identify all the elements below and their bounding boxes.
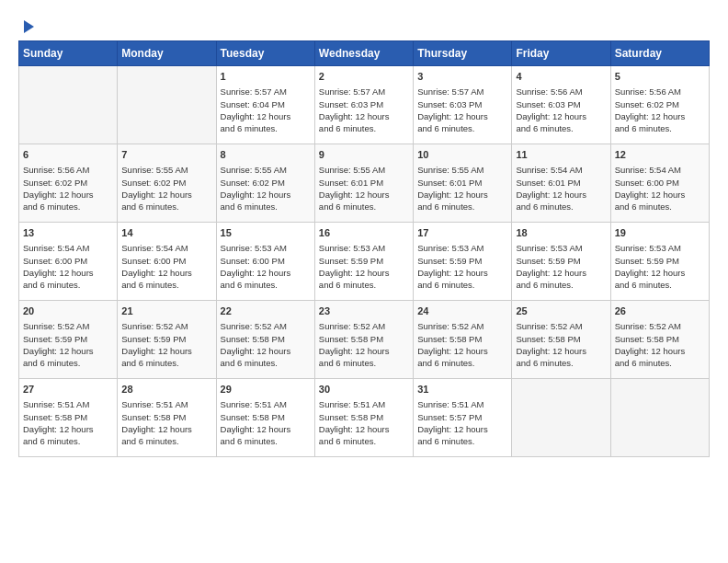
calendar-cell: 8Sunrise: 5:55 AMSunset: 6:02 PMDaylight… [216,144,314,223]
cell-content-line: Sunrise: 5:51 AM [221,398,311,410]
cell-content-line: and 6 minutes. [221,357,311,369]
cell-content-line: Daylight: 12 hours [319,110,409,122]
cell-content-line: Daylight: 12 hours [221,267,311,279]
cell-content-line: and 6 minutes. [319,357,409,369]
cell-content-line: and 6 minutes. [23,357,113,369]
cell-content-line: Sunset: 6:02 PM [121,177,211,189]
calendar-cell: 16Sunrise: 5:53 AMSunset: 5:59 PMDayligh… [314,223,413,301]
cell-content-line: Daylight: 12 hours [319,423,409,435]
cell-content-line: Sunrise: 5:52 AM [319,320,409,332]
calendar-cell: 28Sunrise: 5:51 AMSunset: 5:58 PMDayligh… [118,379,216,457]
calendar-cell [19,66,118,144]
cell-content-line: and 6 minutes. [417,201,507,213]
cell-content-line: Sunrise: 5:51 AM [319,398,409,410]
cell-content-line: Daylight: 12 hours [417,110,507,122]
cell-content-line: Daylight: 12 hours [417,189,507,201]
cell-content-line: Sunset: 5:59 PM [516,255,606,267]
cell-content-line: Sunset: 5:58 PM [615,333,705,345]
cell-content-line: Sunset: 5:58 PM [121,411,211,423]
cell-content-line: Sunrise: 5:52 AM [221,320,311,332]
cell-content-line: Sunrise: 5:56 AM [615,86,705,98]
cell-content-line: Sunrise: 5:55 AM [417,164,507,176]
cell-content-line: Daylight: 12 hours [417,423,507,435]
cell-content-line: Sunset: 5:58 PM [319,333,409,345]
cell-content-line: Sunset: 6:00 PM [615,177,705,189]
calendar-week-row: 6Sunrise: 5:56 AMSunset: 6:02 PMDaylight… [19,144,710,223]
page-header [18,18,710,31]
day-number: 16 [319,226,409,240]
cell-content-line: Sunset: 6:00 PM [121,255,211,267]
cell-content-line: Daylight: 12 hours [516,189,606,201]
cell-content-line: Sunrise: 5:52 AM [23,320,113,332]
calendar-cell: 13Sunrise: 5:54 AMSunset: 6:00 PMDayligh… [19,223,118,301]
cell-content-line: Sunrise: 5:52 AM [417,320,507,332]
cell-content-line: Daylight: 12 hours [516,110,606,122]
cell-content-line: Sunrise: 5:57 AM [221,86,311,98]
cell-content-line: Sunset: 6:01 PM [516,177,606,189]
cell-content-line: Sunrise: 5:57 AM [417,86,507,98]
cell-content-line: Daylight: 12 hours [615,189,705,201]
cell-content-line: Sunrise: 5:53 AM [417,242,507,254]
cell-content-line: Sunrise: 5:51 AM [23,398,113,410]
calendar-cell: 4Sunrise: 5:56 AMSunset: 6:03 PMDaylight… [512,66,610,144]
column-header-saturday: Saturday [610,41,709,66]
calendar-cell: 22Sunrise: 5:52 AMSunset: 5:58 PMDayligh… [216,301,314,379]
cell-content-line: Sunset: 6:03 PM [516,98,606,110]
cell-content-line: and 6 minutes. [417,279,507,291]
day-number: 22 [221,304,311,318]
calendar-week-row: 20Sunrise: 5:52 AMSunset: 5:59 PMDayligh… [19,301,710,379]
day-number: 1 [221,70,311,84]
column-header-monday: Monday [118,41,216,66]
cell-content-line: Sunrise: 5:55 AM [319,164,409,176]
cell-content-line: Sunset: 5:59 PM [319,255,409,267]
cell-content-line: and 6 minutes. [516,357,606,369]
cell-content-line: Sunrise: 5:54 AM [615,164,705,176]
cell-content-line: Sunset: 6:02 PM [615,98,705,110]
cell-content-line: Sunrise: 5:54 AM [121,242,211,254]
day-number: 2 [319,70,409,84]
cell-content-line: Sunrise: 5:57 AM [319,86,409,98]
calendar-cell: 10Sunrise: 5:55 AMSunset: 6:01 PMDayligh… [414,144,512,223]
day-number: 17 [417,226,507,240]
cell-content-line: and 6 minutes. [319,122,409,134]
day-number: 5 [615,70,705,84]
cell-content-line: and 6 minutes. [615,201,705,213]
cell-content-line: Sunrise: 5:52 AM [121,320,211,332]
cell-content-line: and 6 minutes. [615,279,705,291]
cell-content-line: Sunrise: 5:51 AM [121,398,211,410]
cell-content-line: and 6 minutes. [319,279,409,291]
calendar-table: SundayMondayTuesdayWednesdayThursdayFrid… [18,40,710,457]
calendar-cell: 24Sunrise: 5:52 AMSunset: 5:58 PMDayligh… [414,301,512,379]
cell-content-line: Sunrise: 5:54 AM [23,242,113,254]
cell-content-line: Sunrise: 5:53 AM [319,242,409,254]
cell-content-line: Sunrise: 5:55 AM [121,164,211,176]
cell-content-line: Sunset: 6:02 PM [221,177,311,189]
calendar-cell: 29Sunrise: 5:51 AMSunset: 5:58 PMDayligh… [216,379,314,457]
cell-content-line: Daylight: 12 hours [121,423,211,435]
calendar-cell: 2Sunrise: 5:57 AMSunset: 6:03 PMDaylight… [314,66,413,144]
day-number: 14 [121,226,211,240]
cell-content-line: Daylight: 12 hours [121,345,211,357]
calendar-cell: 27Sunrise: 5:51 AMSunset: 5:58 PMDayligh… [19,379,118,457]
cell-content-line: Sunset: 5:58 PM [417,333,507,345]
calendar-cell: 15Sunrise: 5:53 AMSunset: 6:00 PMDayligh… [216,223,314,301]
day-number: 21 [121,304,211,318]
cell-content-line: Daylight: 12 hours [417,267,507,279]
cell-content-line: and 6 minutes. [23,435,113,447]
cell-content-line: Daylight: 12 hours [23,267,113,279]
day-number: 10 [417,148,507,162]
cell-content-line: Sunset: 5:58 PM [516,333,606,345]
column-header-thursday: Thursday [414,41,512,66]
day-number: 3 [417,70,507,84]
day-number: 11 [516,148,606,162]
column-header-wednesday: Wednesday [314,41,413,66]
cell-content-line: Daylight: 12 hours [319,189,409,201]
cell-content-line: and 6 minutes. [221,201,311,213]
calendar-cell: 7Sunrise: 5:55 AMSunset: 6:02 PMDaylight… [118,144,216,223]
cell-content-line: and 6 minutes. [516,122,606,134]
day-number: 28 [121,383,211,396]
cell-content-line: and 6 minutes. [615,122,705,134]
cell-content-line: Sunrise: 5:51 AM [417,398,507,410]
calendar-cell [512,379,610,457]
cell-content-line: Sunrise: 5:52 AM [615,320,705,332]
